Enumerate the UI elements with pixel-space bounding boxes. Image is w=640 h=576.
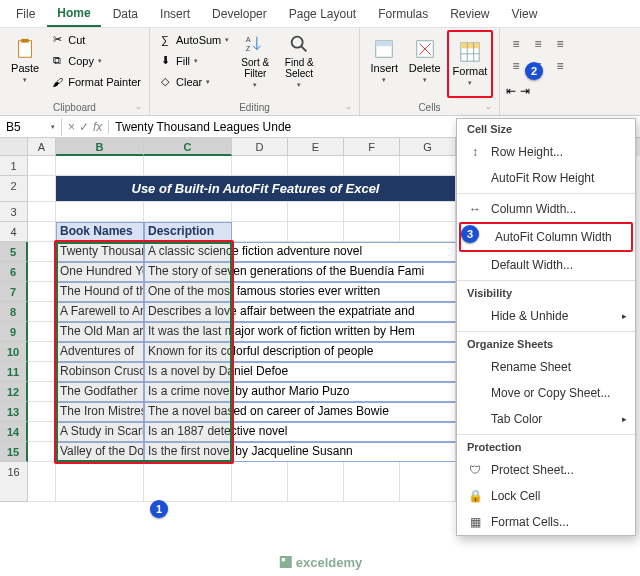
cancel-formula[interactable]: ×: [68, 120, 75, 134]
clear-button[interactable]: ◇Clear▾: [156, 72, 231, 91]
dd-column-width[interactable]: ↔Column Width...: [457, 196, 635, 222]
header-book-names[interactable]: Book Names: [56, 222, 144, 242]
dd-protect-label: Protect Sheet...: [491, 463, 574, 477]
align-top-center[interactable]: ≡: [528, 34, 548, 54]
row-6[interactable]: 6: [0, 262, 28, 282]
dd-row-height[interactable]: ↕Row Height...: [457, 139, 635, 165]
copy-label: Copy: [68, 55, 94, 67]
editing-label: Editing: [156, 101, 353, 115]
row-11[interactable]: 11: [0, 362, 28, 382]
watermark: exceldemy: [278, 554, 363, 570]
align-top-left[interactable]: ≡: [506, 34, 526, 54]
copy-button[interactable]: ⧉Copy▾: [48, 51, 143, 70]
dd-row-height-label: Row Height...: [491, 145, 563, 159]
dd-default-width[interactable]: Default Width...: [457, 252, 635, 278]
row-4[interactable]: 4: [0, 222, 28, 242]
insert-cells-button[interactable]: Insert▾: [366, 30, 403, 92]
fill-button[interactable]: ⬇Fill▾: [156, 51, 231, 70]
col-F[interactable]: F: [344, 138, 400, 156]
format-label: Format: [453, 65, 488, 77]
dd-autofit-col-label: AutoFit Column Width: [495, 230, 612, 244]
col-C[interactable]: C: [144, 138, 232, 156]
sort-filter-button[interactable]: AZ Sort & Filter▾: [235, 30, 275, 92]
annotation-badge-2: 2: [525, 62, 543, 80]
col-B[interactable]: B: [56, 138, 144, 156]
svg-rect-16: [280, 556, 292, 568]
dd-rename-label: Rename Sheet: [491, 360, 571, 374]
cells-label: Cells: [366, 101, 493, 115]
col-G[interactable]: G: [400, 138, 456, 156]
svg-text:A: A: [246, 35, 251, 44]
row-7[interactable]: 7: [0, 282, 28, 302]
align-bottom-right[interactable]: ≡: [550, 56, 570, 76]
row-2[interactable]: 2: [0, 176, 28, 202]
insert-cells-icon: [373, 38, 395, 60]
brush-icon: 🖌: [50, 75, 64, 89]
dd-move-copy-sheet[interactable]: Move or Copy Sheet...: [457, 380, 635, 406]
dd-hide-unhide[interactable]: Hide & Unhide▸: [457, 303, 635, 329]
watermark-icon: [278, 554, 294, 570]
tab-pagelayout[interactable]: Page Layout: [279, 2, 366, 26]
chevron-down-icon: ▾: [23, 76, 27, 84]
tab-home[interactable]: Home: [47, 1, 100, 27]
tab-data[interactable]: Data: [103, 2, 148, 26]
dd-autofit-row-height[interactable]: AutoFit Row Height: [457, 165, 635, 191]
format-painter-button[interactable]: 🖌Format Painter: [48, 72, 143, 91]
row-15[interactable]: 15: [0, 442, 28, 462]
dd-format-cells[interactable]: ▦Format Cells...: [457, 509, 635, 535]
name-box[interactable]: B5▾: [0, 118, 62, 136]
watermark-text: exceldemy: [296, 555, 363, 570]
dd-lock-cell[interactable]: 🔒Lock Cell: [457, 483, 635, 509]
delete-cells-button[interactable]: Delete▾: [407, 30, 444, 92]
dd-tab-color[interactable]: Tab Color▸: [457, 406, 635, 432]
decrease-indent[interactable]: ⇤: [506, 84, 516, 98]
svg-rect-12: [461, 43, 479, 49]
tab-file[interactable]: File: [6, 2, 45, 26]
dd-autofit-column-width[interactable]: AutoFit Column Width: [459, 222, 633, 252]
tab-developer[interactable]: Developer: [202, 2, 277, 26]
painter-label: Format Painter: [68, 76, 141, 88]
row-9[interactable]: 9: [0, 322, 28, 342]
row-13[interactable]: 13: [0, 402, 28, 422]
col-E[interactable]: E: [288, 138, 344, 156]
scissors-icon: ✂: [50, 33, 64, 47]
align-bottom-left[interactable]: ≡: [506, 56, 526, 76]
tab-formulas[interactable]: Formulas: [368, 2, 438, 26]
dd-protect-sheet[interactable]: 🛡Protect Sheet...: [457, 457, 635, 483]
row-14[interactable]: 14: [0, 422, 28, 442]
accept-formula[interactable]: ✓: [79, 120, 89, 134]
annotation-badge-3: 3: [461, 225, 479, 243]
title-cell[interactable]: Use of Built-in AutoFit Features of Exce…: [56, 176, 456, 202]
row-16[interactable]: 16: [0, 462, 28, 502]
col-A[interactable]: A: [28, 138, 56, 156]
dd-section-protection: Protection: [457, 437, 635, 457]
header-description[interactable]: Description: [144, 222, 232, 242]
find-select-button[interactable]: Find & Select▾: [279, 30, 319, 92]
dd-tabcolor-label: Tab Color: [491, 412, 542, 426]
increase-indent[interactable]: ⇥: [520, 84, 530, 98]
cut-button[interactable]: ✂Cut: [48, 30, 143, 49]
row-3[interactable]: 3: [0, 202, 28, 222]
row-12[interactable]: 12: [0, 382, 28, 402]
tab-view[interactable]: View: [502, 2, 548, 26]
row-10[interactable]: 10: [0, 342, 28, 362]
paste-label: Paste: [11, 62, 39, 74]
dd-rename-sheet[interactable]: Rename Sheet: [457, 354, 635, 380]
format-cells-button[interactable]: Format▾: [450, 33, 490, 95]
row-8[interactable]: 8: [0, 302, 28, 322]
fx-icon[interactable]: fx: [93, 120, 102, 134]
tab-insert[interactable]: Insert: [150, 2, 200, 26]
select-all-corner[interactable]: [0, 138, 28, 156]
paste-button[interactable]: Paste ▾: [6, 30, 44, 92]
search-icon: [288, 33, 310, 55]
tab-review[interactable]: Review: [440, 2, 499, 26]
col-D[interactable]: D: [232, 138, 288, 156]
autosum-button[interactable]: ∑AutoSum▾: [156, 30, 231, 49]
svg-rect-0: [19, 41, 32, 58]
col-width-icon: ↔: [467, 201, 483, 217]
align-top-right[interactable]: ≡: [550, 34, 570, 54]
sigma-icon: ∑: [158, 33, 172, 47]
row-1[interactable]: 1: [0, 156, 28, 176]
group-editing: ∑AutoSum▾ ⬇Fill▾ ◇Clear▾ AZ Sort & Filte…: [150, 28, 360, 115]
row-5[interactable]: 5: [0, 242, 28, 262]
